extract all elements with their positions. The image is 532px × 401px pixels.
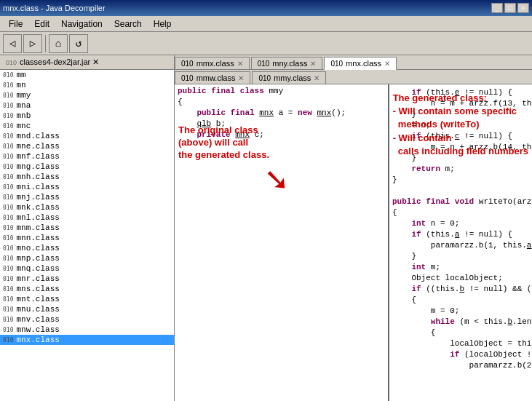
tab-label-mmy2: mmy.class	[274, 74, 311, 82]
file-icon: 010	[3, 82, 13, 89]
file-icon: 010	[3, 296, 13, 303]
list-item[interactable]: 010mnp.class	[0, 253, 174, 263]
menu-edit[interactable]: Edit	[28, 17, 55, 31]
tab-row-1: 010 mmx.class ✕ 010 mny.class ✕ 010 mnx.…	[175, 55, 532, 70]
tab-icon-mnx: 010	[330, 60, 343, 68]
file-icon: 010	[3, 225, 13, 231]
list-item[interactable]: 010mnq.class	[0, 263, 174, 274]
list-item[interactable]: 010mns.class	[0, 284, 174, 294]
list-item[interactable]: 010mnm.class	[0, 223, 174, 233]
title-bar-text: mnx.class - Java Decompiler	[3, 4, 106, 12]
file-icon: 010	[3, 133, 13, 140]
menu-search[interactable]: Search	[108, 17, 148, 31]
tab-mmw[interactable]: 010 mmw.class ✕	[175, 71, 250, 84]
back-button[interactable]: ◁	[3, 34, 22, 53]
menu-bar: File Edit Navigation Search Help	[0, 16, 532, 32]
tab-icon-mmy2: 010	[258, 74, 271, 82]
file-list[interactable]: 010mm010mn010mmy010mna010mnb010mnc010mnd…	[0, 70, 174, 401]
tab-mmy2[interactable]: 010 mmy.class ✕	[252, 71, 326, 84]
tab-mnx[interactable]: 010 mnx.class ✕	[324, 57, 397, 70]
file-icon: 010	[3, 245, 13, 252]
tab-close-mmx[interactable]: ✕	[237, 60, 243, 68]
list-item[interactable]: 010mne.class	[0, 141, 174, 151]
right-code-area[interactable]: if (this.e != null) { n = m + arzz.f(13,…	[389, 84, 532, 374]
left-code-area[interactable]: public final class mmy { public final mn…	[175, 84, 388, 220]
tab-close-mny[interactable]: ✕	[310, 60, 316, 68]
list-item[interactable]: 010mnl.class	[0, 213, 174, 223]
list-item[interactable]: 010mnt.class	[0, 294, 174, 304]
list-item[interactable]: 010mnw.class	[0, 325, 174, 335]
file-icon: 010	[3, 255, 13, 262]
tab-close-mnx[interactable]: ✕	[384, 60, 390, 68]
tab-row-2: 010 mmw.class ✕ 010 mmy.class ✕	[175, 70, 532, 84]
file-icon: 010	[3, 286, 13, 293]
list-item[interactable]: 010mni.class	[0, 182, 174, 192]
file-icon: 010	[3, 266, 13, 272]
left-panel-tab[interactable]: 010 classes4-dex2jar.jar ✕	[0, 55, 174, 70]
list-item[interactable]: 010mnd.class	[0, 131, 174, 141]
right-code-panel[interactable]: if (this.e != null) { n = m + arzz.f(13,…	[389, 84, 532, 401]
maximize-button[interactable]: □	[504, 3, 516, 13]
list-item[interactable]: 010mnh.class	[0, 172, 174, 182]
close-button[interactable]: ×	[517, 3, 529, 13]
file-icon: 010	[3, 205, 13, 211]
file-icon: 010	[3, 337, 13, 344]
left-panel: 010 classes4-dex2jar.jar ✕ 010mm010mn010…	[0, 55, 175, 401]
list-item[interactable]: 010mna	[0, 100, 174, 111]
file-icon: 010	[3, 154, 13, 160]
jar-tab-label[interactable]: classes4-dex2jar.jar ✕	[20, 57, 99, 67]
code-panels: public final class mmy { public final mn…	[175, 84, 532, 401]
file-icon: 010	[3, 164, 13, 170]
file-icon: 010	[3, 143, 13, 150]
file-icon: 010	[3, 235, 13, 242]
tab-mmx[interactable]: 010 mmx.class ✕	[175, 57, 250, 69]
file-icon: 010	[3, 113, 13, 119]
list-item[interactable]: 010mm	[0, 70, 174, 80]
tab-label-mmw: mmw.class	[196, 74, 236, 82]
file-icon: 010	[3, 123, 13, 130]
file-icon: 010	[3, 92, 13, 99]
tab-mny[interactable]: 010 mny.class ✕	[251, 57, 323, 69]
list-item[interactable]: 010mnb	[0, 111, 174, 121]
menu-file[interactable]: File	[3, 17, 28, 31]
list-item[interactable]: 010mnn.class	[0, 233, 174, 243]
file-icon: 010	[3, 194, 13, 201]
title-bar: mnx.class - Java Decompiler _ □ ×	[0, 0, 532, 16]
file-icon: 010	[3, 276, 13, 282]
toolbar-separator	[45, 35, 46, 52]
tab-close-mmy2[interactable]: ✕	[314, 74, 319, 82]
list-item[interactable]: 010mmy	[0, 90, 174, 100]
main-area: 010 classes4-dex2jar.jar ✕ 010mm010mn010…	[0, 55, 532, 401]
file-icon: 010	[3, 306, 13, 313]
tab-label-mmx: mmx.class	[196, 59, 234, 68]
menu-navigation[interactable]: Navigation	[55, 17, 108, 31]
list-item[interactable]: 010mnx.class	[0, 335, 174, 345]
list-item[interactable]: 010mnu.class	[0, 304, 174, 314]
list-item[interactable]: 010mnr.class	[0, 274, 174, 284]
list-item[interactable]: 010mnv.class	[0, 314, 174, 325]
refresh-button[interactable]: ↺	[69, 34, 88, 53]
toolbar: ◁ ▷ ⌂ ↺	[0, 32, 532, 55]
minimize-button[interactable]: _	[491, 3, 503, 13]
list-item[interactable]: 010mno.class	[0, 243, 174, 253]
list-item[interactable]: 010mn	[0, 80, 174, 90]
home-button[interactable]: ⌂	[49, 34, 68, 53]
tab-label-mny: mny.class	[272, 59, 307, 68]
tab-close-mmw[interactable]: ✕	[238, 74, 244, 82]
file-icon: 010	[3, 317, 13, 323]
list-item[interactable]: 010mnj.class	[0, 192, 174, 202]
window-controls[interactable]: _ □ ×	[491, 3, 529, 13]
list-item[interactable]: 010mng.class	[0, 162, 174, 172]
list-item[interactable]: 010mnk.class	[0, 202, 174, 213]
tab-icon-mmx: 010	[181, 60, 194, 68]
list-item[interactable]: 010mnc	[0, 121, 174, 131]
tab-label-mnx: mnx.class	[346, 59, 381, 68]
list-item[interactable]: 010mnf.class	[0, 151, 174, 162]
left-code-panel[interactable]: public final class mmy { public final mn…	[175, 84, 389, 401]
file-icon: 010	[3, 103, 13, 109]
file-icon: 010	[3, 327, 13, 333]
forward-button[interactable]: ▷	[23, 34, 42, 53]
tab-icon-mmw: 010	[181, 74, 194, 82]
file-icon: 010	[3, 184, 13, 191]
menu-help[interactable]: Help	[148, 17, 178, 31]
